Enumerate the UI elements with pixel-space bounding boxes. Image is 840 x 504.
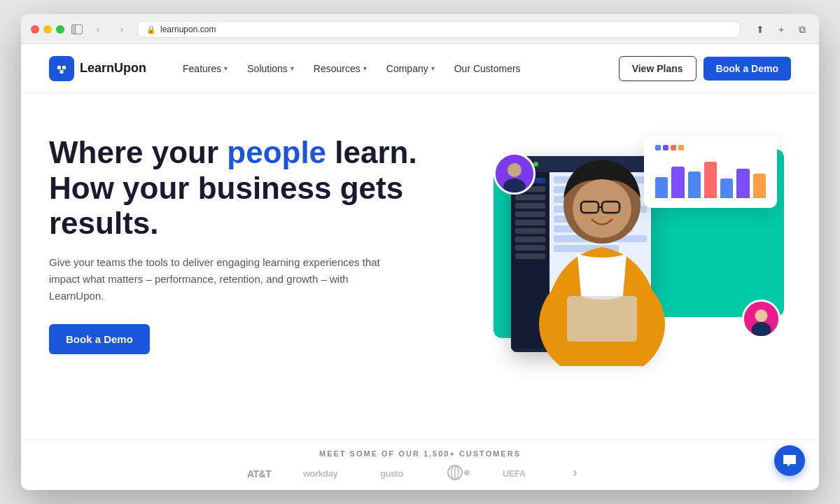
svg-point-12 — [755, 309, 768, 322]
company-label: Company — [386, 63, 428, 74]
book-demo-hero-button[interactable]: Book a Demo — [49, 324, 150, 354]
browser-chrome: ‹ › 🔒 learnupon.com ⬆ + ⧉ — [21, 14, 819, 44]
customer-logo-unknown: ⊕ — [447, 465, 475, 480]
hero-content: Where your people learn. How your busine… — [49, 121, 441, 439]
hero-title-highlight: people — [227, 135, 326, 169]
hero-person-image — [518, 128, 686, 366]
customer-logo-uefa: UEFA — [503, 465, 545, 480]
chart-bar — [704, 162, 717, 198]
svg-text:⊕: ⊕ — [463, 468, 470, 477]
new-tab-button[interactable]: + — [774, 22, 788, 36]
maximize-button[interactable] — [56, 25, 64, 34]
svg-text:AT&T: AT&T — [247, 468, 272, 479]
chat-bubble[interactable] — [774, 445, 805, 476]
svg-text:workday: workday — [303, 468, 339, 479]
browser-actions: ⬆ + ⧉ — [753, 22, 809, 36]
nav-links: Features ▾ Solutions ▾ Resources ▾ Compa… — [174, 57, 619, 80]
customers-section: MEET SOME OF OUR 1,500+ CUSTOMERS AT&T w… — [21, 439, 819, 490]
back-arrow-icon: ‹ — [97, 24, 99, 34]
chart-bar — [736, 169, 749, 198]
hero-section: Where your people learn. How your busine… — [21, 93, 819, 439]
svg-rect-10 — [567, 296, 637, 342]
nav-forward-button[interactable]: › — [113, 22, 130, 36]
address-bar[interactable]: 🔒 learnupon.com — [137, 21, 741, 38]
chart-bar — [688, 172, 701, 198]
svg-text:gusto: gusto — [380, 468, 403, 479]
customer-logo-more: › — [573, 465, 594, 480]
resources-label: Resources — [314, 63, 360, 74]
solutions-label: Solutions — [247, 63, 288, 74]
nav-features[interactable]: Features ▾ — [174, 57, 236, 80]
avatar-top — [493, 153, 536, 195]
sidebar-toggle[interactable] — [71, 24, 83, 34]
nav-buttons: View Plans Book a Demo — [619, 56, 791, 81]
features-label: Features — [183, 63, 221, 74]
main-navigation: LearnUpon Features ▾ Solutions ▾ Resourc… — [21, 44, 819, 93]
hero-subtitle: Give your teams the tools to deliver eng… — [49, 254, 385, 304]
minimize-button[interactable] — [43, 25, 52, 34]
website-content: LearnUpon Features ▾ Solutions ▾ Resourc… — [21, 44, 819, 490]
browser-window: ‹ › 🔒 learnupon.com ⬆ + ⧉ — [21, 14, 819, 490]
customer-logo-att: AT&T — [247, 465, 275, 480]
hero-title-before: Where your — [49, 135, 227, 169]
hero-image — [441, 114, 791, 439]
svg-text:›: › — [573, 465, 577, 479]
lock-icon: 🔒 — [146, 25, 156, 34]
traffic-lights — [31, 25, 64, 34]
customers-label: MEET SOME OF OUR 1,500+ CUSTOMERS — [49, 449, 791, 458]
close-button[interactable] — [31, 25, 39, 34]
chevron-down-icon: ▾ — [363, 64, 367, 72]
logo[interactable]: LearnUpon — [49, 56, 146, 81]
customer-logo-gusto: gusto — [380, 465, 419, 480]
chevron-down-icon: ▾ — [224, 64, 227, 72]
view-plans-button[interactable]: View Plans — [619, 56, 696, 81]
customer-logo-workday: workday — [303, 465, 352, 480]
chart-bar — [720, 178, 733, 198]
nav-solutions[interactable]: Solutions ▾ — [239, 57, 302, 80]
hero-title: Where your people learn. How your busine… — [49, 135, 441, 241]
nav-back-button[interactable]: ‹ — [90, 22, 106, 36]
svg-point-2 — [507, 163, 522, 177]
nav-resources[interactable]: Resources ▾ — [305, 57, 375, 80]
avatar-bottom — [742, 300, 780, 338]
share-button[interactable]: ⬆ — [753, 22, 767, 36]
nav-customers[interactable]: Our Customers — [446, 57, 529, 80]
customer-logos: AT&T workday gusto — [49, 465, 791, 480]
forward-arrow-icon: › — [120, 24, 123, 34]
chevron-down-icon: ▾ — [431, 64, 435, 72]
hero-visual — [455, 114, 777, 366]
chevron-down-icon: ▾ — [290, 64, 294, 72]
add-to-dock-button[interactable]: ⧉ — [795, 22, 809, 36]
nav-company[interactable]: Company ▾ — [378, 57, 443, 80]
url-text: learnupon.com — [160, 24, 216, 34]
logo-icon — [49, 56, 74, 81]
logo-text: LearnUpon — [80, 61, 146, 76]
svg-text:UEFA: UEFA — [503, 468, 526, 479]
chart-bar — [753, 174, 766, 198]
book-demo-nav-button[interactable]: Book a Demo — [704, 57, 791, 80]
svg-rect-0 — [54, 61, 69, 76]
